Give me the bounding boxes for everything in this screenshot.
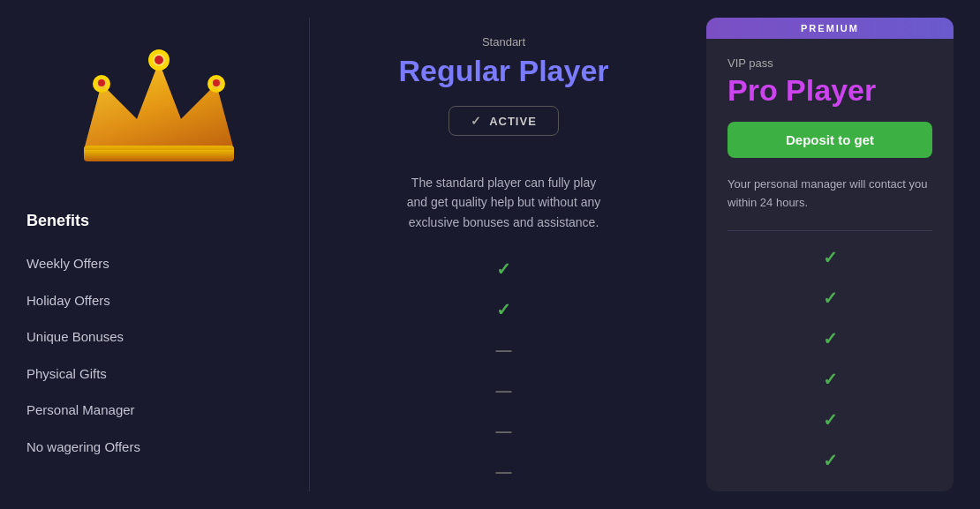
pro-check-cell: ✓: [823, 409, 838, 430]
vip-label: VIP pass: [727, 56, 932, 70]
pro-player-column: PREMIUM VIP pass Pro Player Deposit to g…: [706, 18, 954, 491]
regular-check-cell: ✓: [496, 299, 511, 320]
regular-player-desc: The standard player can fully play and g…: [407, 173, 601, 232]
dash-icon: —: [496, 341, 512, 360]
benefits-section: Benefits Weekly OffersHoliday OffersUniq…: [26, 194, 291, 475]
pro-content: VIP pass Pro Player Deposit to get Your …: [706, 39, 954, 491]
svg-point-11: [155, 56, 163, 64]
check-icon: ✓: [823, 450, 838, 471]
left-column: Benefits Weekly OffersHoliday OffersUniq…: [26, 18, 309, 491]
benefit-row: Personal Manager: [26, 401, 291, 419]
pro-check-cell: ✓: [823, 369, 838, 390]
deposit-button[interactable]: Deposit to get: [727, 122, 932, 158]
crown-icon: [71, 35, 247, 176]
dash-icon: —: [496, 463, 512, 482]
pro-check-cell: ✓: [823, 288, 838, 309]
benefit-row: Unique Bonuses: [26, 328, 291, 346]
pro-player-name: Pro Player: [727, 73, 932, 108]
svg-point-10: [213, 79, 220, 86]
check-icon: ✓: [823, 369, 838, 390]
check-icon: ✓: [823, 247, 838, 268]
regular-check-cell: —: [496, 380, 512, 401]
regular-player-column: Standart Regular Player ✓ ACTIVE The sta…: [309, 18, 697, 491]
regular-player-type-label: Standart: [482, 35, 525, 49]
regular-check-cell: —: [496, 461, 512, 483]
check-icon: ✓: [823, 288, 838, 309]
regular-check-rows: ✓✓————: [336, 258, 671, 483]
svg-point-9: [98, 79, 105, 86]
dash-icon: —: [496, 382, 512, 400]
crown-area: [26, 18, 291, 194]
pro-player-desc: Your personal manager will contact you w…: [727, 176, 932, 213]
svg-marker-8: [84, 62, 234, 150]
regular-check-cell: ✓: [496, 258, 511, 280]
check-icon: ✓: [823, 409, 838, 430]
pro-check-cell: ✓: [823, 450, 838, 471]
pro-divider: [727, 230, 932, 231]
check-icon: ✓: [496, 299, 511, 320]
pro-check-cell: ✓: [823, 328, 838, 349]
dash-icon: —: [496, 423, 512, 441]
active-label: ACTIVE: [489, 115, 537, 128]
benefits-title: Benefits: [26, 212, 291, 230]
regular-player-name: Regular Player: [398, 54, 608, 88]
pro-check-rows: ✓✓✓✓✓✓: [727, 247, 932, 471]
pro-check-cell: ✓: [823, 247, 838, 268]
regular-check-cell: —: [496, 421, 512, 442]
benefit-row: No wagering Offers: [26, 438, 291, 456]
check-icon: ✓: [823, 328, 838, 349]
benefit-row: Physical Gifts: [26, 365, 291, 383]
benefit-row: Weekly Offers: [26, 255, 291, 273]
active-check-icon: ✓: [471, 114, 482, 128]
regular-check-cell: —: [496, 340, 512, 361]
active-badge: ✓ ACTIVE: [449, 106, 559, 136]
check-icon: ✓: [496, 258, 511, 280]
main-container: Benefits Weekly OffersHoliday OffersUniq…: [0, 0, 980, 509]
benefit-row: Holiday Offers: [26, 292, 291, 310]
premium-banner: PREMIUM: [706, 18, 954, 39]
